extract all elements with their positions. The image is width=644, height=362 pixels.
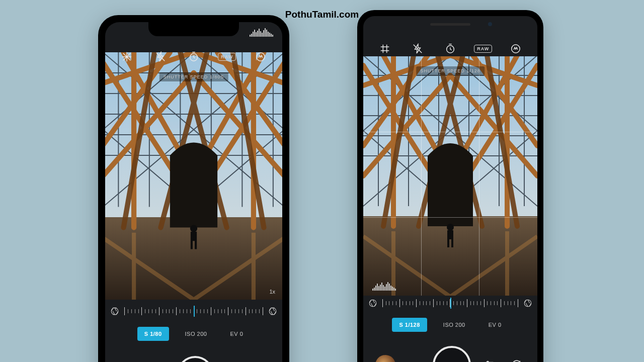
white-balance-icon[interactable] [506, 39, 526, 59]
camera-switch-icon[interactable] [508, 356, 525, 363]
adjustments-icon[interactable] [481, 356, 498, 363]
camera-viewfinder[interactable] [363, 56, 537, 296]
dial-indicator [450, 298, 451, 309]
shutter-speed-pill[interactable]: S 1/128 [392, 318, 427, 332]
timer-icon[interactable] [440, 39, 460, 59]
svg-point-4 [190, 225, 197, 232]
raw-toggle[interactable]: RAW [473, 39, 493, 59]
aperture-icon [368, 299, 377, 308]
shutter-speed-overlay: SHUTTER SPEED 1/128 [416, 66, 485, 75]
top-toolbar: RAW [363, 36, 537, 61]
exposure-settings-row: S 1/80 ISO 200 EV 0 [105, 327, 282, 341]
viewfinder-scene [105, 52, 282, 300]
pixel-front-camera [488, 22, 492, 26]
iso-pill[interactable]: ISO 200 [436, 318, 472, 332]
pixel-device-frame: RAW SHUTTER SPEED 1/128 [357, 10, 543, 362]
pixel-screen: RAW SHUTTER SPEED 1/128 [363, 16, 537, 362]
grid-line [363, 217, 537, 218]
camera-viewfinder[interactable] [105, 52, 282, 300]
iphone-device-frame: RAW SHUTTER SPEED 1/80S [98, 15, 289, 362]
raw-label: RAW [218, 53, 236, 61]
ev-pill[interactable]: EV 0 [481, 318, 509, 332]
svg-point-16 [447, 224, 454, 231]
white-balance-icon[interactable] [251, 47, 271, 67]
ev-pill[interactable]: EV 0 [223, 327, 250, 341]
pixel-speaker [430, 23, 470, 26]
shutter-button[interactable] [177, 356, 213, 363]
grid-line [421, 56, 422, 296]
aperture-icon [110, 307, 119, 316]
shutter-speed-pill[interactable]: S 1/80 [137, 327, 169, 341]
flash-off-icon[interactable] [150, 47, 171, 67]
grid-toggle-icon[interactable] [375, 39, 395, 59]
shutter-button[interactable] [433, 346, 471, 363]
flash-off-icon[interactable] [408, 39, 428, 59]
bottom-controls [363, 338, 537, 362]
grid-line [363, 132, 537, 132]
adjustment-dial[interactable] [363, 295, 537, 312]
dial-indicator [194, 306, 195, 317]
grid-line [479, 56, 479, 296]
raw-toggle[interactable]: RAW [217, 47, 237, 67]
iphone-screen: RAW SHUTTER SPEED 1/80S [105, 22, 282, 362]
histogram-icon [372, 282, 396, 291]
iso-pill[interactable]: ISO 200 [178, 327, 214, 341]
aperture-icon [268, 307, 277, 316]
histogram-icon [250, 28, 273, 37]
gallery-thumbnail[interactable] [375, 355, 395, 363]
zoom-level-badge[interactable]: 1x [269, 289, 275, 295]
bottom-controls [105, 347, 282, 362]
watermark-text: PothuTamil.com [285, 9, 359, 20]
raw-label: RAW [474, 45, 492, 53]
iphone-notch [148, 22, 239, 36]
adjustment-dial[interactable] [105, 303, 282, 320]
timer-icon[interactable] [184, 47, 204, 67]
viewfinder-scene [363, 56, 537, 296]
grid-toggle-icon[interactable] [117, 47, 137, 67]
top-toolbar: RAW [105, 44, 282, 69]
shutter-speed-overlay: SHUTTER SPEED 1/80S [159, 72, 228, 81]
exposure-settings-row: S 1/128 ISO 200 EV 0 [363, 318, 537, 332]
aperture-icon [523, 299, 532, 308]
